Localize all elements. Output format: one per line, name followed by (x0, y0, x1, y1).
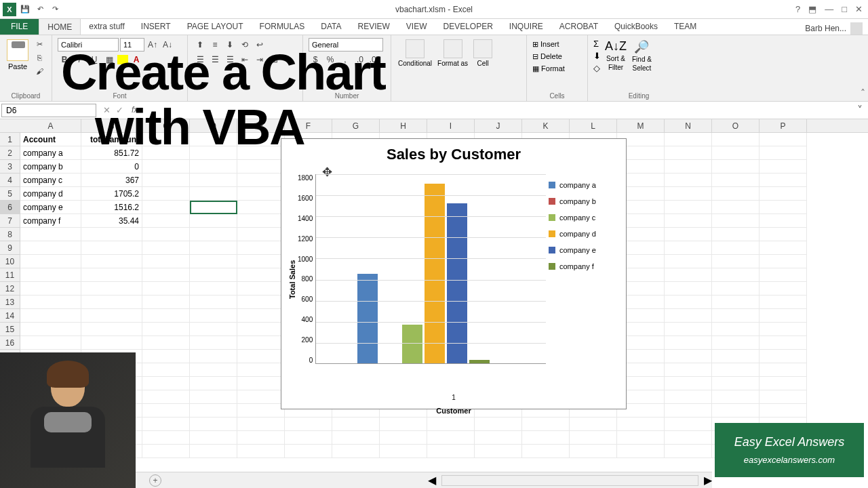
row-header[interactable]: 15 (0, 323, 20, 336)
col-header-m[interactable]: M (617, 119, 665, 132)
cell[interactable] (570, 431, 617, 445)
cell[interactable] (142, 431, 190, 445)
cell[interactable] (190, 296, 237, 309)
cell[interactable] (20, 228, 81, 241)
cell[interactable] (142, 309, 190, 323)
cell[interactable] (81, 268, 142, 282)
col-header-l[interactable]: L (570, 119, 617, 132)
cell[interactable] (142, 296, 190, 309)
user-menu[interactable]: Barb Hen... (805, 22, 868, 35)
cell[interactable] (237, 445, 285, 458)
cell[interactable] (522, 418, 570, 431)
cell[interactable] (712, 282, 760, 296)
undo-icon[interactable]: ↶ (34, 3, 46, 16)
chart-object[interactable]: ✥ Sales by Customer Total Sales 18001600… (281, 138, 627, 409)
tab-formulas[interactable]: FORMULAS (252, 18, 313, 35)
cell[interactable] (522, 445, 570, 458)
cell[interactable] (237, 309, 285, 323)
cell[interactable] (20, 323, 81, 336)
sort-filter-button[interactable]: A↓Z Sort & Filter (604, 38, 628, 73)
cell[interactable] (665, 418, 712, 431)
tab-page-layout[interactable]: PAGE LAYOUT (179, 18, 252, 35)
cell[interactable] (522, 431, 570, 445)
cell[interactable] (237, 241, 285, 255)
cell[interactable] (81, 309, 142, 323)
cell[interactable] (81, 228, 142, 241)
cell[interactable] (712, 201, 760, 214)
cell[interactable] (142, 160, 190, 174)
cell[interactable] (142, 187, 190, 201)
cell[interactable] (190, 336, 237, 350)
cell[interactable] (760, 146, 807, 160)
cell[interactable] (237, 187, 285, 201)
cell[interactable] (665, 336, 712, 350)
maximize-icon[interactable]: □ (842, 4, 847, 14)
cell[interactable] (190, 350, 237, 363)
cell[interactable]: 0 (81, 160, 142, 174)
cell[interactable]: company b (20, 160, 81, 174)
row-header[interactable]: 6 (0, 201, 20, 214)
cell[interactable] (760, 187, 807, 201)
cell[interactable] (142, 404, 190, 418)
cell[interactable] (142, 390, 190, 404)
cell[interactable] (712, 214, 760, 228)
cell[interactable] (237, 377, 285, 390)
cell[interactable] (665, 187, 712, 201)
cell[interactable] (760, 323, 807, 336)
cell[interactable] (760, 160, 807, 174)
col-header-h[interactable]: H (380, 119, 427, 132)
row-header[interactable]: 10 (0, 255, 20, 268)
cell[interactable] (665, 255, 712, 268)
cell[interactable] (617, 445, 665, 458)
cell[interactable] (760, 363, 807, 377)
cell[interactable] (237, 201, 285, 214)
cell[interactable] (712, 336, 760, 350)
excel-icon[interactable]: X (3, 3, 16, 16)
format-cells-button[interactable]: ▦ Format (532, 62, 582, 75)
cell[interactable] (665, 309, 712, 323)
cell[interactable] (190, 201, 237, 214)
cell[interactable] (20, 309, 81, 323)
cell[interactable] (760, 255, 807, 268)
cell[interactable] (237, 404, 285, 418)
cell[interactable] (142, 228, 190, 241)
row-header[interactable]: 11 (0, 268, 20, 282)
cell[interactable] (190, 282, 237, 296)
cell[interactable] (712, 323, 760, 336)
format-painter-icon[interactable]: 🖌 (33, 65, 46, 77)
cell[interactable] (475, 431, 522, 445)
cell[interactable] (190, 214, 237, 228)
cell[interactable] (712, 268, 760, 282)
row-header[interactable]: 13 (0, 296, 20, 309)
cell[interactable] (712, 255, 760, 268)
tab-view[interactable]: VIEW (398, 18, 435, 35)
row-header[interactable]: 8 (0, 228, 20, 241)
tab-team[interactable]: TEAM (666, 18, 705, 35)
cell[interactable] (237, 418, 285, 431)
cell-styles-button[interactable]: Cell (472, 38, 494, 68)
paste-button[interactable]: Paste (5, 38, 30, 72)
cell[interactable] (665, 404, 712, 418)
row-header[interactable]: 9 (0, 241, 20, 255)
cell[interactable] (237, 323, 285, 336)
cell[interactable] (665, 377, 712, 390)
cell[interactable] (142, 336, 190, 350)
cell[interactable] (142, 282, 190, 296)
cell[interactable] (380, 445, 427, 458)
cell[interactable] (190, 255, 237, 268)
cell[interactable] (81, 323, 142, 336)
tab-insert[interactable]: INSERT (133, 18, 179, 35)
cell[interactable] (190, 309, 237, 323)
row-header[interactable]: 1 (0, 133, 20, 146)
cell[interactable] (190, 445, 237, 458)
cell[interactable] (665, 214, 712, 228)
cell[interactable] (665, 228, 712, 241)
cell[interactable] (760, 133, 807, 146)
cell[interactable]: 1516.2 (81, 201, 142, 214)
cell[interactable] (190, 174, 237, 187)
cell[interactable] (142, 214, 190, 228)
cell[interactable] (237, 268, 285, 282)
cell[interactable] (760, 268, 807, 282)
cell[interactable] (190, 377, 237, 390)
cell[interactable] (142, 350, 190, 363)
